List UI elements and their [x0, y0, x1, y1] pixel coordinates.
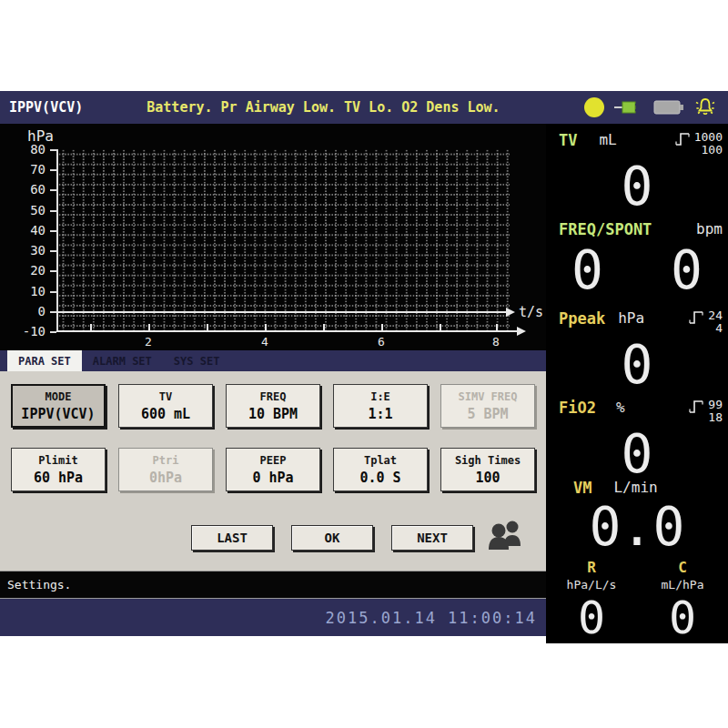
r-value: 0: [546, 593, 637, 642]
tv-value: 0: [546, 158, 728, 215]
freq-spont-unit: bpm: [696, 220, 723, 238]
status-bar: Settings.: [0, 571, 546, 599]
tv-unit: mL: [599, 131, 616, 148]
fio2-unit: %: [616, 399, 625, 416]
alarm-indicator-light-icon: [584, 97, 604, 117]
c-value: 0: [637, 593, 728, 642]
param-button-freq[interactable]: FREQ 10 BPM: [226, 384, 320, 428]
pressure-waveform-chart: hPa 8070 6050 4030 2010 0-10 t/s: [0, 124, 546, 350]
tab-sys-set[interactable]: SYS SET: [163, 350, 231, 371]
r-unit: hPa/L/s: [546, 578, 637, 592]
fio2-limit-high: 99: [708, 399, 723, 411]
param-button-plimit[interactable]: Plimit 60 hPa: [11, 448, 106, 491]
vm-unit: L/min: [613, 479, 657, 496]
param-button-tplat[interactable]: Tplat 0.0 S: [333, 448, 428, 491]
zero-baseline: [56, 311, 506, 313]
ppeak-unit: hPa: [618, 309, 644, 327]
c-unit: mL/hPa: [637, 578, 728, 592]
ppeak-value: 0: [546, 337, 728, 393]
tv-limit-low: 100: [702, 144, 723, 157]
parameter-button-grid: MODE IPPV(VCV) TV 600 mL FREQ 10 BPM I:E…: [11, 384, 537, 491]
last-button[interactable]: LAST: [191, 525, 273, 551]
alarm-limit-icon: [688, 399, 704, 415]
header-icons: [584, 96, 717, 119]
parameter-panel: MODE IPPV(VCV) TV 600 mL FREQ 10 BPM I:E…: [0, 371, 546, 571]
ppeak-label: Ppeak: [559, 309, 605, 328]
ok-button[interactable]: OK: [291, 525, 373, 551]
freq-spont-label: FREQ/SPONT: [559, 220, 652, 238]
monitor-fio2: FiO2 % 99 18 0: [546, 397, 728, 482]
tv-alarm-limits: 1000 100: [674, 131, 723, 157]
freq-value: 0: [571, 242, 603, 298]
vm-value: 0.0: [546, 499, 728, 555]
monitor-tv: TV mL 1000 100 0: [546, 129, 728, 215]
monitor-vm: VM L/min 0.0: [546, 477, 728, 555]
alarm-message: Battery. Pr Airway Low. TV Lo. O2 Dens L…: [147, 99, 584, 116]
monitor-r: R hPa/L/s 0: [546, 559, 637, 642]
param-button-mode[interactable]: MODE IPPV(VCV): [11, 384, 106, 428]
param-button-tv[interactable]: TV 600 mL: [118, 384, 213, 428]
x-axis-line: [56, 330, 517, 332]
datetime-display: 2015.01.14 11:00:14: [326, 609, 537, 627]
fio2-label: FiO2: [559, 399, 596, 417]
spont-value: 0: [671, 242, 703, 298]
next-button[interactable]: NEXT: [391, 525, 473, 551]
tab-alarm-set[interactable]: ALARM SET: [82, 350, 163, 371]
x-axis-unit-label: t/s: [519, 304, 543, 320]
monitor-c: C mL/hPa 0: [637, 559, 728, 642]
param-button-peep[interactable]: PEEP 0 hPa: [226, 448, 320, 491]
param-button-ie[interactable]: I:E 1:1: [333, 384, 428, 428]
y-axis-line: [56, 149, 58, 331]
r-label: R: [546, 559, 637, 576]
fio2-alarm-limits: 99 18: [688, 399, 723, 424]
ppeak-alarm-limits: 24 4: [688, 309, 723, 335]
alarm-bell-icon[interactable]: [693, 96, 717, 119]
vm-label: VM: [573, 479, 592, 497]
monitor-r-c: R hPa/L/s 0 C mL/hPa 0: [546, 559, 728, 642]
datetime-bar: 2015.01.14 11:00:14: [0, 599, 546, 636]
param-button-sigh-times[interactable]: Sigh Times 100: [440, 448, 535, 491]
settings-tab-bar: PARA SET ALARM SET SYS SET: [0, 350, 546, 371]
ppeak-limit-high: 24: [708, 309, 723, 322]
x-axis-arrow-icon: [517, 327, 526, 336]
param-button-simv-freq: SIMV FREQ 5 BPM: [440, 384, 535, 428]
status-message: Settings.: [7, 578, 71, 592]
ac-power-plug-icon: [613, 99, 644, 116]
monitor-ppeak: Ppeak hPa 24 4 0: [546, 308, 728, 393]
patients-icon[interactable]: [484, 519, 526, 551]
ventilator-screen: IPPV(VCV) Battery. Pr Airway Low. TV Lo.…: [0, 91, 728, 643]
title-bar: IPPV(VCV) Battery. Pr Airway Low. TV Lo.…: [0, 91, 728, 124]
battery-icon: [653, 99, 684, 116]
ventilation-mode-label: IPPV(VCV): [9, 99, 83, 116]
left-column: hPa 8070 6050 4030 2010 0-10 t/s: [0, 124, 546, 636]
alarm-limit-icon: [688, 309, 704, 326]
chart-grid: [58, 149, 510, 331]
c-label: C: [637, 559, 728, 576]
tv-label: TV: [559, 131, 577, 149]
time-axis-arrow-icon: [506, 308, 515, 317]
alarm-limit-icon: [674, 131, 691, 147]
fio2-value: 0: [546, 426, 728, 482]
monitor-panel: TV mL 1000 100 0 FREQ/SPONT bpm: [546, 124, 728, 643]
tab-para-set[interactable]: PARA SET: [7, 350, 82, 371]
ppeak-limit-low: 4: [715, 322, 723, 335]
monitor-freq-spont: FREQ/SPONT bpm 0 0: [546, 218, 728, 298]
fio2-limit-low: 18: [708, 411, 723, 424]
tv-limit-high: 1000: [694, 131, 723, 144]
param-button-ptri: Ptri 0hPa: [118, 448, 213, 491]
